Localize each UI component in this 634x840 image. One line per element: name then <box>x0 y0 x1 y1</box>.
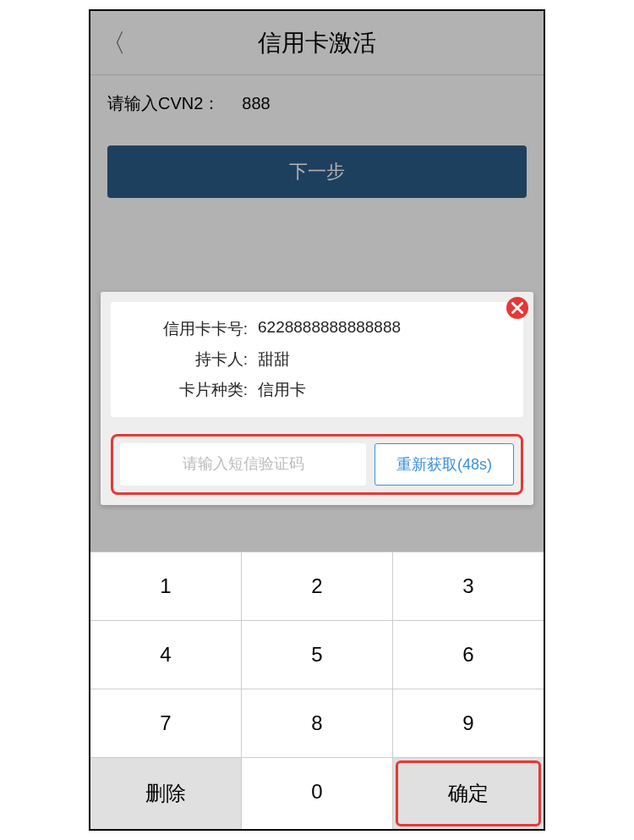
keypad-row-2: 4 5 6 <box>90 620 544 689</box>
key-1[interactable]: 1 <box>90 552 242 620</box>
holder-row: 持卡人: 甜甜 <box>111 344 523 375</box>
keypad-row-1: 1 2 3 <box>90 552 544 620</box>
close-button[interactable] <box>506 297 528 319</box>
card-number-row: 信用卡卡号: 6228888888888888 <box>111 314 523 344</box>
sms-modal: 信用卡卡号: 6228888888888888 持卡人: 甜甜 卡片种类: 信用… <box>101 292 533 505</box>
keypad-row-3: 7 8 9 <box>90 689 544 757</box>
card-number-value: 6228888888888888 <box>254 318 401 340</box>
key-confirm[interactable]: 确定 <box>393 758 544 829</box>
holder-value: 甜甜 <box>254 349 290 371</box>
key-2[interactable]: 2 <box>242 552 393 620</box>
keypad-row-4: 删除 0 确定 <box>90 757 544 829</box>
close-icon <box>511 302 523 314</box>
card-type-value: 信用卡 <box>254 379 306 401</box>
app-frame: 〈 信用卡激活 请输入CVN2： 888 下一步 信用卡卡号: 62288888… <box>89 9 545 831</box>
key-6[interactable]: 6 <box>393 621 544 689</box>
card-type-row: 卡片种类: 信用卡 <box>111 375 523 405</box>
card-info-panel: 信用卡卡号: 6228888888888888 持卡人: 甜甜 卡片种类: 信用… <box>111 302 523 417</box>
key-7[interactable]: 7 <box>90 689 242 757</box>
sms-code-input[interactable]: 请输入短信验证码 <box>120 443 366 486</box>
card-type-label: 卡片种类: <box>128 379 254 401</box>
key-delete[interactable]: 删除 <box>90 758 242 829</box>
sms-input-row: 请输入短信验证码 重新获取(48s) <box>111 434 523 495</box>
numeric-keypad: 1 2 3 4 5 6 7 8 9 删除 0 确定 <box>90 552 544 829</box>
key-3[interactable]: 3 <box>393 552 544 620</box>
card-number-label: 信用卡卡号: <box>128 318 254 340</box>
key-0[interactable]: 0 <box>242 758 393 829</box>
key-9[interactable]: 9 <box>393 689 544 757</box>
key-5[interactable]: 5 <box>242 621 393 689</box>
key-8[interactable]: 8 <box>242 689 393 757</box>
holder-label: 持卡人: <box>128 349 254 371</box>
key-4[interactable]: 4 <box>90 621 242 689</box>
resend-button[interactable]: 重新获取(48s) <box>374 443 514 486</box>
